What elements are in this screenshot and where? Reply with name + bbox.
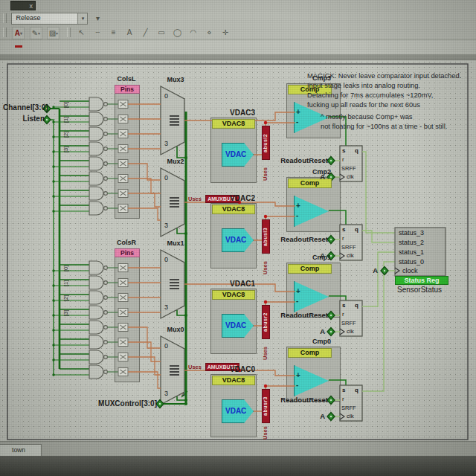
cmp1-plus: + xyxy=(296,287,300,295)
fill-color-button[interactable]: ▨▾ xyxy=(47,27,60,39)
mux0-bottom-index: 3 xyxy=(164,390,168,397)
annotation-line: fucking up all reads for the next 60us xyxy=(307,100,461,110)
cmp1-header: Comp xyxy=(288,264,332,274)
toolbar-grip xyxy=(3,13,7,23)
srff1-r: r xyxy=(342,311,344,318)
mux1-title: Mux1 xyxy=(161,239,190,247)
arc-tool-icon[interactable]: ◠ xyxy=(187,27,199,38)
srff0-s: s xyxy=(342,387,345,393)
mux0-top-index: 0 xyxy=(164,342,168,350)
line-tool-icon[interactable]: ╱ xyxy=(140,27,151,38)
readoutreset-label[interactable]: ReadoutReset xyxy=(268,311,328,319)
vdac1-title: VDAC1 xyxy=(210,280,255,288)
clk-terminal-label[interactable]: A xyxy=(306,412,325,420)
status-reg-input-2: status_2 xyxy=(399,239,424,246)
select-tool-icon[interactable]: ↖ xyxy=(76,27,87,38)
colsr-pins-header: Pins xyxy=(115,248,140,257)
bus-tap-label: [3] xyxy=(62,139,69,152)
listen-terminal-label[interactable]: Listen xyxy=(3,115,45,123)
srff0-q: q xyxy=(355,387,358,393)
vdac3-uses-net-tag[interactable]: abusl2 xyxy=(262,126,270,160)
window-close-icon[interactable]: x xyxy=(10,1,36,10)
text-tool-icon[interactable]: A xyxy=(124,27,135,38)
srff3-s: s xyxy=(342,147,345,154)
clk-terminal-label[interactable]: A xyxy=(306,173,325,181)
status-reg-input-1: status_1 xyxy=(399,248,424,256)
status-reg-caption: SensorStatus xyxy=(397,286,442,294)
readoutreset-label[interactable]: ReadoutReset xyxy=(268,396,328,404)
page-tabbar: town xyxy=(0,441,476,457)
srff2-r: r xyxy=(342,235,344,242)
srff2-clk: clk xyxy=(347,252,354,259)
vdac0-uses-net-tag[interactable]: abusr3 xyxy=(262,389,270,423)
toolbar-grip2 xyxy=(3,28,7,37)
cmp0-header: Comp xyxy=(288,348,332,358)
srff0-name: SRFF xyxy=(341,405,356,411)
channel-terminal-label[interactable]: Channel[3:0] xyxy=(3,103,45,112)
clk-terminal-label[interactable]: A xyxy=(306,251,325,260)
srff0-clk: clk xyxy=(347,413,354,419)
toolbar-config: Release ▾ ▾ xyxy=(0,11,476,26)
annotation-line: Detaching for 7ms accumulates ~120mV, xyxy=(307,91,461,100)
config-selector[interactable]: Release ▾ xyxy=(11,13,88,25)
vdac2-header: VDAC8 xyxy=(212,205,255,214)
cmp0-plus: + xyxy=(296,371,300,379)
srff3-q: q xyxy=(355,147,358,154)
colsl-pins-header: Pins xyxy=(115,85,140,94)
status-reg-input-0: status_0 xyxy=(399,258,424,266)
status-reg-clock: clock xyxy=(402,267,418,274)
amuxbusl-uses-label: Uses xyxy=(188,196,202,202)
bus-tap-label: [1] xyxy=(62,109,69,123)
psoc-creator-window: x Release ▾ ▾ A▾ ✎▾ ▨▾ ↖ ┄ ≡ A ╱ ▭ ◯ ◠ ⋄… xyxy=(0,0,476,476)
mux1-bottom-index: 3 xyxy=(164,303,168,311)
srff1-name: SRFF xyxy=(341,320,356,327)
vdac3-uses-label: Uses xyxy=(262,161,268,181)
toolbar-grip3 xyxy=(67,28,71,37)
polygon-tool-icon[interactable]: ⋄ xyxy=(204,27,215,38)
readoutreset-label[interactable]: ReadoutReset xyxy=(268,235,328,243)
toolbar-format: A▾ ✎▾ ▨▾ ↖ ┄ ≡ A ╱ ▭ ◯ ◠ ⋄ ✛ xyxy=(0,25,476,40)
pen-color-button[interactable]: ✎▾ xyxy=(30,27,42,39)
annotation-line: ^ mostly because Comp+ was xyxy=(307,112,461,122)
titlebar xyxy=(0,0,476,11)
status-reg-footer[interactable]: Status Reg xyxy=(395,276,448,285)
srff3-r: r xyxy=(342,156,344,163)
wire-tool-icon[interactable]: ┄ xyxy=(92,27,103,38)
mux3-bottom-index: 3 xyxy=(164,140,168,147)
colsl-title: ColsL xyxy=(112,75,141,83)
vdac0-uses-label: Uses xyxy=(262,425,268,440)
vdac1-uses-net-tag[interactable]: abusr2 xyxy=(262,305,270,339)
font-color-button[interactable]: A▾ xyxy=(12,27,25,39)
status-clock-terminal-label[interactable]: A xyxy=(366,266,378,274)
bus-tap-label: [2] xyxy=(62,288,69,301)
tabbar-shadow xyxy=(0,54,476,60)
colsr-pins-block[interactable] xyxy=(115,248,140,382)
chevron-down-icon[interactable]: ▾ xyxy=(77,13,87,24)
readoutreset-label[interactable]: ReadoutReset xyxy=(268,156,328,164)
muxcontrol-terminal-label[interactable]: MUXControl[3:0] xyxy=(90,399,157,408)
ellipse-tool-icon[interactable]: ◯ xyxy=(172,27,183,38)
bus-tool-icon[interactable]: ≡ xyxy=(108,27,119,38)
cross-tool-icon[interactable]: ✛ xyxy=(219,27,231,38)
cmp3-plus: + xyxy=(296,108,300,116)
amuxbusr-uses-label: Uses xyxy=(188,364,202,370)
toolbar-overflow-icon[interactable]: ▾ xyxy=(92,13,103,24)
mux2-bottom-index: 3 xyxy=(164,222,168,229)
bus-tap-label: [3] xyxy=(62,303,69,316)
bus-tap-label: [1] xyxy=(62,273,69,286)
colsl-pins-block[interactable] xyxy=(115,85,140,219)
cmp0-title: Cmp0 xyxy=(286,338,331,345)
cmp2-minus: - xyxy=(296,211,298,219)
annotation-line: Input stage leaks into analog routing. xyxy=(307,81,461,91)
srff3-clk: clk xyxy=(347,173,354,180)
vdac2-uses-label: Uses xyxy=(262,255,268,274)
bus-tap-label: [2] xyxy=(62,124,69,138)
clk-terminal-label[interactable]: A xyxy=(306,327,325,335)
vdac0-header: VDAC8 xyxy=(212,376,255,385)
rect-tool-icon[interactable]: ▭ xyxy=(156,27,167,38)
srff0-r: r xyxy=(342,396,344,402)
srff2-q: q xyxy=(355,226,358,233)
vdac1-header: VDAC8 xyxy=(212,290,255,300)
srff1-clk: clk xyxy=(347,328,354,335)
config-selector-value: Release xyxy=(16,14,40,22)
